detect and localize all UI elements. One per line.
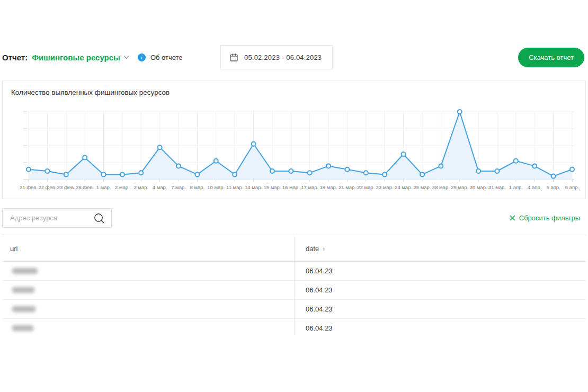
table-row[interactable]: 06.04.23	[2, 319, 586, 335]
svg-text:23 фев.: 23 фев.	[57, 184, 75, 190]
svg-text:3 мар.: 3 мар.	[133, 184, 148, 190]
download-report-button[interactable]: Скачать отчет	[518, 48, 584, 67]
report-bar: Отчет: Фишинговые ресурсы i Об отчете 05…	[2, 45, 586, 69]
svg-text:31 мар.: 31 мар.	[488, 184, 506, 190]
table-row[interactable]: 06.04.23	[2, 262, 586, 281]
svg-text:25 мар.: 25 мар.	[413, 184, 431, 190]
svg-text:10 мар.: 10 мар.	[207, 184, 225, 190]
svg-text:17 мар.: 17 мар.	[301, 184, 318, 190]
svg-text:21 мар.: 21 мар.	[338, 184, 356, 190]
svg-text:1 апр.: 1 апр.	[509, 184, 523, 190]
report-type-dropdown[interactable]: Фишинговые ресурсы	[32, 53, 129, 62]
svg-text:24 мар.: 24 мар.	[395, 184, 412, 190]
page: { "report_bar": { "label": "Отчет:", "re…	[0, 0, 588, 392]
table-row[interactable]: 06.04.23	[2, 281, 586, 300]
results-table: url date ▲▼ 06.04.2306.04.2306.04.2306.0…	[2, 235, 586, 335]
svg-text:8 мар.: 8 мар.	[190, 184, 205, 190]
date-cell: 06.04.23	[306, 324, 333, 332]
svg-text:7 мар.: 7 мар.	[171, 184, 186, 190]
clear-x-icon	[510, 215, 515, 221]
date-cell: 06.04.23	[306, 286, 333, 294]
calendar-icon	[230, 54, 238, 61]
table-header-row: url date ▲▼	[2, 235, 586, 262]
sort-icon: ▲▼	[322, 247, 325, 251]
svg-text:28 фев.: 28 фев.	[76, 184, 94, 190]
svg-text:22 фев.: 22 фев.	[38, 184, 56, 190]
svg-text:15 мар.: 15 мар.	[263, 184, 281, 190]
svg-text:2 мар.: 2 мар.	[115, 184, 130, 190]
svg-text:21 фев.: 21 фев.	[20, 184, 38, 190]
svg-text:22 мар.: 22 мар.	[357, 184, 375, 190]
phishing-line-chart: 21 фев.22 фев.23 фев.28 фев.1 мар.2 мар.…	[3, 81, 586, 200]
report-label: Отчет:	[2, 53, 28, 62]
svg-text:5 апр.: 5 апр.	[546, 184, 560, 190]
svg-text:29 мар.: 29 мар.	[451, 184, 468, 190]
about-report-link[interactable]: i Об отчете	[138, 54, 183, 61]
reset-filters-link[interactable]: Сбросить фильтры	[510, 214, 580, 222]
resource-address-search	[2, 208, 112, 228]
table-row[interactable]: 06.04.23	[2, 300, 586, 319]
column-header-url: url	[10, 245, 17, 253]
svg-text:28 мар.: 28 мар.	[432, 184, 450, 190]
reset-filters-label: Сбросить фильтры	[519, 214, 580, 222]
column-header-date[interactable]: date ▲▼	[306, 245, 325, 253]
date-cell: 06.04.23	[306, 267, 333, 275]
chart-card: Количество выявленных фишинговых ресурсо…	[2, 81, 586, 199]
svg-text:1 мар.: 1 мар.	[96, 184, 111, 190]
report-type-value: Фишинговые ресурсы	[32, 53, 120, 62]
redacted-url[interactable]	[12, 325, 33, 331]
svg-text:11 мар.: 11 мар.	[226, 184, 243, 190]
date-range-picker[interactable]: 05.02.2023 - 06.04.2023	[220, 45, 333, 69]
table-body: 06.04.2306.04.2306.04.2306.04.23	[2, 262, 586, 335]
svg-text:4 апр.: 4 апр.	[528, 184, 541, 190]
svg-text:23 мар.: 23 мар.	[376, 184, 394, 190]
about-report-label: Об отчете	[150, 54, 183, 61]
svg-text:18 мар.: 18 мар.	[320, 184, 337, 190]
svg-text:4 мар.: 4 мар.	[153, 184, 167, 190]
chevron-down-icon	[123, 55, 129, 59]
redacted-url[interactable]	[12, 268, 38, 274]
date-cell: 06.04.23	[306, 305, 333, 313]
report-selector-group: Отчет: Фишинговые ресурсы i Об отчете	[2, 45, 183, 69]
search-icon[interactable]	[93, 212, 105, 227]
redacted-url[interactable]	[12, 306, 35, 312]
svg-text:16 мар.: 16 мар.	[282, 184, 300, 190]
column-header-date-label: date	[306, 245, 319, 253]
svg-text:6 апр.: 6 апр.	[565, 184, 579, 190]
info-icon: i	[138, 54, 146, 61]
svg-text:14 мар.: 14 мар.	[245, 184, 262, 190]
svg-text:30 мар.: 30 мар.	[470, 184, 487, 190]
date-range-value: 05.02.2023 - 06.04.2023	[244, 54, 322, 61]
redacted-url[interactable]	[12, 287, 34, 293]
